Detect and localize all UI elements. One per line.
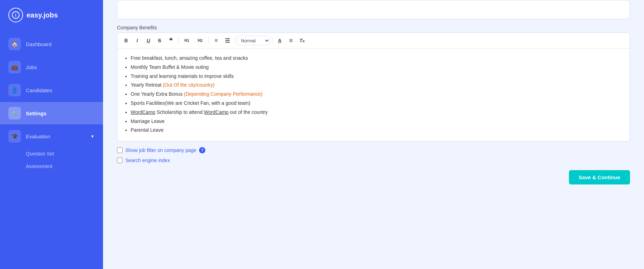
wordcamp-link-1: WordCamp <box>131 109 155 115</box>
benefit-item-9: Parental Leave <box>131 126 623 134</box>
toolbar-divider-1 <box>178 37 178 44</box>
app-name: easy.jobs <box>27 11 58 19</box>
sidebar-nav: 🏠 Dashboard 💼 Jobs 👤 Candidates ⚙️ Setti… <box>0 30 103 175</box>
save-continue-button[interactable]: Save & Continue <box>569 170 630 184</box>
chevron-down-icon: ▼ <box>90 134 95 139</box>
sidebar-label-candidates: Candidates <box>26 87 52 93</box>
benefit-item-7: WordCamp Scholarship to attend WordCamp … <box>131 108 623 117</box>
toolbar-divider-2 <box>208 37 209 44</box>
settings-icon: ⚙️ <box>8 107 21 119</box>
benefit-item-4: Yearly Retreat (Out Of the city/country) <box>131 81 623 89</box>
benefits-list: Free breakfast, lunch, amazing coffee, t… <box>124 54 623 134</box>
rich-text-editor: B I U S ❝ H1 H2 ≡ ☰ Normal Heading 1 Hea… <box>117 32 630 141</box>
sidebar-item-jobs[interactable]: 💼 Jobs <box>0 56 103 78</box>
sidebar: i easy.jobs 🏠 Dashboard 💼 Jobs 👤 Candida… <box>0 0 103 269</box>
job-filter-help-icon[interactable]: ? <box>199 147 205 153</box>
main-content: Company Benefits B I U S ❝ H1 H2 ≡ ☰ Nor… <box>103 0 644 269</box>
ordered-list-button[interactable]: ≡ <box>211 36 221 45</box>
benefit-item-5: One Yearly Extra Bonus (Depending Compan… <box>131 90 623 99</box>
h2-button[interactable]: H2 <box>194 36 206 45</box>
sidebar-label-evaluation: Evaluation <box>26 133 50 139</box>
underline-button[interactable]: U <box>143 36 154 45</box>
sidebar-label-settings: Settings <box>26 110 46 116</box>
benefit-item-3: Training and learning materials to impro… <box>131 72 623 81</box>
dashboard-icon: 🏠 <box>8 38 21 50</box>
h1-button[interactable]: H1 <box>181 36 193 45</box>
sidebar-item-candidates[interactable]: 👤 Candidates <box>0 79 103 101</box>
sidebar-item-dashboard[interactable]: 🏠 Dashboard <box>0 33 103 55</box>
sidebar-item-question-set[interactable]: Question Set <box>0 147 103 160</box>
svg-text:i: i <box>15 13 16 18</box>
sidebar-label-jobs: Jobs <box>26 64 37 70</box>
benefit-highlight-4: (Out Of the city/country) <box>163 82 215 88</box>
benefit-highlight-5: (Depending Company Performance) <box>184 91 263 97</box>
candidates-icon: 👤 <box>8 84 21 96</box>
strikethrough-button[interactable]: S <box>154 36 165 45</box>
clear-format-button[interactable]: Tx <box>297 36 307 45</box>
editor-toolbar: B I U S ❝ H1 H2 ≡ ☰ Normal Heading 1 Hea… <box>117 33 630 49</box>
align-button[interactable]: ≡ <box>286 36 296 45</box>
search-engine-label[interactable]: Search engine index <box>125 158 170 163</box>
editor-content-area[interactable]: Free breakfast, lunch, amazing coffee, t… <box>117 49 630 141</box>
benefit-item-2: Monthly Team Buffet & Movie outing <box>131 63 623 72</box>
evaluation-icon: 🎓 <box>8 130 21 143</box>
top-input-area <box>117 0 630 19</box>
search-engine-checkbox[interactable] <box>117 158 123 163</box>
job-filter-row: Show job filter on company page ? <box>117 147 630 153</box>
app-logo[interactable]: i easy.jobs <box>0 0 103 30</box>
italic-button[interactable]: I <box>132 36 142 45</box>
format-select[interactable]: Normal Heading 1 Heading 2 Heading 3 <box>237 36 270 45</box>
sidebar-evaluation-group: 🎓 Evaluation ▼ Question Set Assessment <box>0 125 103 173</box>
save-button-area: Save & Continue <box>103 163 644 184</box>
benefit-item-6: Sports Facilities(We are Cricket Fan, wi… <box>131 99 623 108</box>
unordered-list-button[interactable]: ☰ <box>222 36 233 45</box>
search-engine-row: Search engine index <box>117 158 630 163</box>
company-benefits-label: Company Benefits <box>103 25 644 30</box>
jobs-icon: 💼 <box>8 61 21 73</box>
job-filter-label[interactable]: Show job filter on company page <box>125 147 196 153</box>
text-color-button[interactable]: A <box>275 36 285 45</box>
sidebar-item-settings[interactable]: ⚙️ Settings <box>0 102 103 124</box>
job-filter-checkbox[interactable] <box>117 147 123 153</box>
bold-button[interactable]: B <box>121 36 131 45</box>
sidebar-item-evaluation[interactable]: 🎓 Evaluation ▼ <box>0 125 103 147</box>
logo-icon: i <box>8 8 23 22</box>
checkbox-area: Show job filter on company page ? Search… <box>103 141 644 163</box>
sidebar-item-assessment[interactable]: Assessment <box>0 160 103 173</box>
sidebar-label-dashboard: Dashboard <box>26 41 51 47</box>
assessment-label: Assessment <box>26 163 52 169</box>
toolbar-divider-4 <box>272 37 272 44</box>
question-set-label: Question Set <box>26 151 54 157</box>
benefit-item-8: Marriage Leave <box>131 117 623 126</box>
benefit-item-1: Free breakfast, lunch, amazing coffee, t… <box>131 54 623 63</box>
blockquote-button[interactable]: ❝ <box>166 36 176 45</box>
toolbar-divider-3 <box>235 37 235 44</box>
wordcamp-link-2: WordCamp <box>204 109 229 115</box>
